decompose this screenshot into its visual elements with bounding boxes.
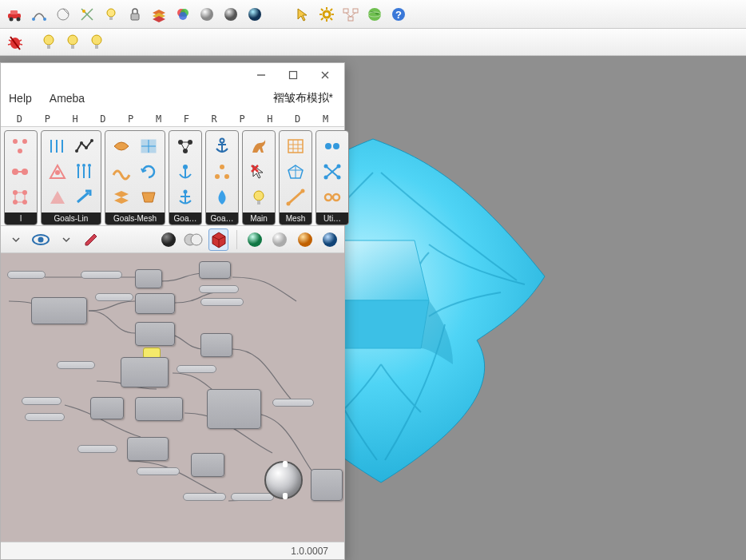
menu-help[interactable]: Help [9,92,32,105]
sphere-white-icon[interactable] [270,228,290,251]
sphere-matcap-icon[interactable] [196,4,217,25]
tri-dots-icon[interactable] [209,160,235,184]
gh-node[interactable] [90,397,124,419]
dots-orange-icon[interactable] [8,134,34,158]
tab-letter[interactable]: M [311,113,339,126]
sphere-orange-icon[interactable] [295,228,315,251]
bars2-blue-icon[interactable] [72,160,97,184]
gh-node[interactable] [135,322,175,346]
gh-param[interactable] [177,365,216,373]
tab-letter[interactable]: H [62,113,89,126]
lock-icon[interactable] [125,4,145,25]
gh-param[interactable] [200,298,244,306]
anchor-icon[interactable] [209,134,235,158]
chevron-down-icon[interactable] [56,228,76,251]
bulb-yellow2-icon[interactable] [62,32,83,53]
tab-letter[interactable]: M [145,113,173,126]
quad-orange-icon[interactable] [109,185,134,209]
chevron-down-icon[interactable] [6,228,26,251]
gh-canvas[interactable] [1,253,344,542]
dots-orange2-icon[interactable] [8,185,34,209]
tab-letter[interactable]: R [200,113,228,126]
minimize-button[interactable] [245,64,277,86]
line-orange-icon[interactable] [283,185,308,209]
chain-orange-icon[interactable] [319,185,345,209]
bulb-icon[interactable] [246,185,272,209]
gh-node[interactable] [135,293,175,314]
gh-param[interactable] [137,467,180,475]
kangaroo-icon[interactable] [246,134,272,158]
gh-node[interactable] [191,453,224,477]
mesh-blue-icon[interactable] [136,134,161,158]
discs-icon[interactable] [183,228,204,251]
tab-letter[interactable]: H [256,113,284,126]
sphere-blue-icon[interactable] [244,4,265,25]
gh-param[interactable] [95,293,133,301]
gear-icon[interactable] [316,4,337,25]
window-titlebar[interactable] [1,63,344,87]
cursor-icon[interactable] [292,4,313,25]
gh-param[interactable] [25,413,65,421]
circle-rgb-icon[interactable] [173,4,193,25]
gh-param[interactable] [22,397,62,405]
lightbulb-icon[interactable] [101,4,121,25]
anchor-dots-icon[interactable] [173,134,198,158]
trim-icon[interactable] [77,4,97,25]
tab-letter[interactable]: D [89,113,117,126]
menu-ameba[interactable]: Ameba [50,92,85,105]
gh-param[interactable] [81,271,122,279]
help-icon[interactable]: ? [388,4,409,25]
gh-param[interactable] [183,493,226,501]
graph-black-icon[interactable] [72,134,97,158]
gh-node[interactable] [135,397,183,421]
tab-letter[interactable]: P [117,113,145,126]
tab-letter[interactable]: P [34,113,62,126]
arc-icon[interactable] [29,4,50,25]
tab-letter[interactable]: D [6,113,34,126]
gh-node[interactable] [311,469,343,501]
arc2-icon[interactable] [53,4,73,25]
gh-node[interactable] [207,389,261,429]
wave-orange-icon[interactable] [109,160,134,184]
sphere-blue-icon[interactable] [319,228,339,251]
tri-orange-icon[interactable] [45,160,70,184]
globe-icon[interactable] [364,4,385,25]
canvas-compass[interactable] [264,461,303,499]
gh-param[interactable] [7,271,46,279]
eye-icon[interactable] [30,228,51,251]
gh-node[interactable] [127,437,169,461]
arrow-blue-icon[interactable] [72,185,97,209]
cycle-blue-icon[interactable] [136,160,161,184]
maximize-button[interactable] [277,64,309,86]
sphere-green-icon[interactable] [245,228,265,251]
link-blue-icon[interactable] [319,134,345,158]
gh-node[interactable] [121,357,169,387]
dots-blue-icon[interactable] [8,160,34,184]
tri2-orange-icon[interactable] [45,185,70,209]
bug-red-icon[interactable] [5,32,26,53]
tab-letter[interactable]: F [173,113,200,126]
gh-node[interactable] [199,261,231,279]
car-icon[interactable] [5,4,26,25]
gh-param[interactable] [77,445,117,453]
anchor-blue2-icon[interactable] [173,185,198,209]
polygon-blue-icon[interactable] [283,160,308,184]
bulb-yellow3-icon[interactable] [86,32,107,53]
cross-blue-icon[interactable] [319,160,345,184]
quad2-orange-icon[interactable] [136,185,161,209]
layers-icon[interactable] [149,4,169,25]
close-button[interactable] [309,64,341,86]
disc-dark-icon[interactable] [158,228,178,251]
sphere-shadow-icon[interactable] [220,4,241,25]
gh-param[interactable] [199,285,239,293]
gh-node[interactable] [135,269,162,288]
gh-param[interactable] [231,493,274,501]
tab-letter[interactable]: D [284,113,311,126]
tab-letter[interactable]: P [228,113,256,126]
cube-red-icon[interactable] [208,228,228,251]
bulb-yellow-icon[interactable] [38,32,59,53]
drop-blue-icon[interactable] [209,185,235,209]
cursor-red-icon[interactable] [246,160,272,184]
anchor-blue-icon[interactable] [173,160,198,184]
gh-param[interactable] [57,361,95,369]
